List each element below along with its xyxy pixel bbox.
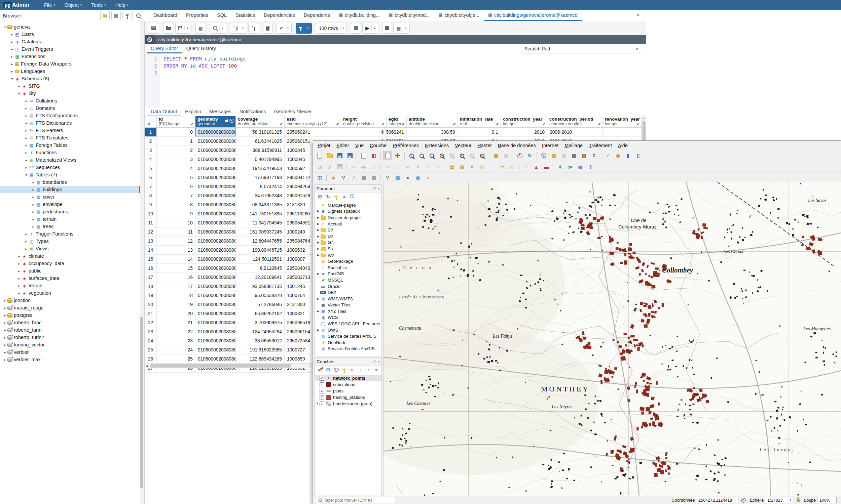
expander-icon[interactable]: ▸ xyxy=(3,299,7,302)
tab-citydb-citymod[interactable]: ▦citydb.citymod... xyxy=(384,10,434,21)
cell[interactable]: 12.804447655 xyxy=(236,236,285,245)
row-number-cell[interactable]: 1 xyxy=(145,128,157,137)
tab-sql[interactable]: SQL xyxy=(212,10,231,21)
database-icon-button[interactable] xyxy=(100,11,110,20)
tab-city-buildings-geneva-jerome-kaemco[interactable]: ▦city.buildings/geneva/jerome@kaemco xyxy=(484,10,582,21)
expander-icon[interactable]: ▸ xyxy=(17,284,21,288)
menu-tools[interactable]: Tools▾ xyxy=(88,2,109,8)
row-number-cell[interactable]: 26 xyxy=(145,355,157,363)
cell[interactable]: 0 xyxy=(157,128,195,137)
vertex-tool-button[interactable]: ◇ xyxy=(369,162,378,172)
toggle-editing-button[interactable]: ∕ xyxy=(325,162,334,172)
cell[interactable]: 141.730151895 xyxy=(236,209,285,218)
expander-icon[interactable]: ▸ xyxy=(10,70,15,73)
zoom-to-selection-button[interactable]: ▣ xyxy=(437,151,446,160)
highlight-pinned-button[interactable]: ▽ xyxy=(477,162,487,172)
browser-item-signets-spatiaux[interactable]: ▶▮Signets spatiaux xyxy=(315,208,381,215)
cell[interactable]: 22 xyxy=(157,327,195,336)
browser-item-wcs[interactable]: ◍WCS xyxy=(315,314,381,321)
scale-select[interactable]: 1:17823▼ xyxy=(765,497,794,503)
expander-icon[interactable]: ▶ xyxy=(316,216,320,219)
expander-icon[interactable]: ▶ xyxy=(316,241,320,244)
select-features-button[interactable]: ▨ xyxy=(549,151,559,160)
cell[interactable]: 20 xyxy=(157,309,195,318)
cell[interactable]: 16 xyxy=(157,273,195,282)
tree-item-verbier-max[interactable]: ▸×verbier_max xyxy=(0,356,144,363)
expander-icon[interactable]: ▶ xyxy=(316,229,320,232)
filter-icon-button[interactable] xyxy=(122,11,132,20)
measure-line-button[interactable]: ∕ xyxy=(603,151,613,160)
expander-icon[interactable]: ▶ xyxy=(316,247,320,250)
tree-item-types[interactable]: ▸◫Types xyxy=(0,237,144,245)
qgis-menu-base-de-donn-es[interactable]: Base de données xyxy=(495,143,539,148)
browser-item-w[interactable]: ▶W:\ xyxy=(315,252,381,258)
field-calculator-button[interactable]: ▤ xyxy=(579,151,589,160)
tree-item-roberto-broc[interactable]: ▸×roberto_broc xyxy=(0,319,144,326)
cell[interactable]: 23 xyxy=(157,336,195,345)
expander-icon[interactable]: ▶ xyxy=(316,298,320,300)
cell[interactable]: 010600002008080... xyxy=(195,155,236,164)
cell[interactable]: 010600002008080... xyxy=(195,228,236,236)
cell[interactable]: 010600002008080... xyxy=(195,264,236,272)
cell[interactable]: 34.67062348 xyxy=(236,191,285,200)
row-number-cell[interactable]: 13 xyxy=(145,236,157,245)
qgis-menu-extensions[interactable]: Extensions xyxy=(422,143,452,148)
cell[interactable]: 151.009037245 xyxy=(236,228,285,236)
column-header-renovation-year[interactable]: renovation_yearinteger xyxy=(603,116,641,127)
expander-icon[interactable]: ▸ xyxy=(24,121,29,125)
cell[interactable]: 010600002008080... xyxy=(195,137,236,145)
cell[interactable]: 93.068361735 xyxy=(236,282,285,291)
expander-icon[interactable]: ▸ xyxy=(24,151,29,155)
tree-item-trigger-functions[interactable]: ▸ƒTrigger Functions xyxy=(0,230,144,237)
row-number-cell[interactable]: 8 xyxy=(145,191,157,200)
copy-features-button[interactable]: ▱ xyxy=(393,162,402,172)
expander-icon[interactable]: ▸ xyxy=(24,232,29,236)
cell[interactable]: 13 xyxy=(157,246,195,254)
extent-icon[interactable] xyxy=(741,498,746,503)
move-label-button[interactable]: ↔ xyxy=(487,162,497,172)
tree-item-schemas-8[interactable]: ▾◈Schemas (8) xyxy=(0,75,144,82)
cell[interactable]: 010600002008080... xyxy=(195,327,236,336)
row-number-cell[interactable]: 16 xyxy=(145,264,157,272)
expander-icon[interactable]: ▸ xyxy=(24,247,29,251)
layer-checkbox[interactable]: ✓ xyxy=(320,401,324,406)
close-tab-icon[interactable]: × xyxy=(637,12,640,18)
locator-search-input[interactable]: Taper pour trouver (Ctrl+K) xyxy=(316,497,396,503)
expander-icon[interactable]: ▸ xyxy=(24,107,29,110)
cell[interactable]: 194.65419653 xyxy=(236,164,285,173)
cell[interactable]: 191.915023985 xyxy=(236,345,285,354)
open-attribute-table-button[interactable]: ▦ xyxy=(569,151,579,160)
cell[interactable]: 010600002008080... xyxy=(195,345,236,354)
scratch-pad-close-icon[interactable]: × xyxy=(636,46,638,51)
expander-icon[interactable]: ▸ xyxy=(24,143,29,147)
tree-item-sitg[interactable]: ▸◈SITG xyxy=(0,82,144,90)
add-selected-layer-icon[interactable]: ⊞ xyxy=(317,194,323,200)
column-header-ssid[interactable]: ssidcharacter varying (12) xyxy=(285,116,341,127)
new-3d-map-view-button[interactable]: ◪ xyxy=(501,151,511,160)
cell[interactable]: 8 xyxy=(157,200,195,209)
tree-item-verbier[interactable]: ▸×verbier xyxy=(0,348,144,356)
tab-statistics[interactable]: Statistics xyxy=(231,10,259,21)
cell[interactable]: 18 xyxy=(157,291,195,300)
tab-dashboard[interactable]: Dashboard xyxy=(149,10,182,21)
commit-button[interactable] xyxy=(382,23,392,34)
cell[interactable]: 7 xyxy=(157,191,195,200)
add-group-icon[interactable]: ⊞ xyxy=(325,366,331,373)
layer-item-pipes[interactable]: ✓pipes xyxy=(315,388,381,394)
expander-icon[interactable]: ▸ xyxy=(24,239,29,243)
coordinate-input[interactable]: 2564272,1124418 xyxy=(696,497,738,503)
expander-icon[interactable]: ▸ xyxy=(10,33,15,36)
row-number-cell[interactable]: 25 xyxy=(145,345,157,354)
row-number-cell[interactable]: 23 xyxy=(145,327,157,336)
more-icon[interactable]: » xyxy=(373,366,379,373)
paste-features-button[interactable]: ▰ xyxy=(403,162,412,172)
expander-icon[interactable]: ▸ xyxy=(31,195,36,199)
row-limit-select[interactable]: 100 rows▾ xyxy=(316,23,347,34)
row-number-cell[interactable]: 24 xyxy=(145,336,157,345)
new-project-button[interactable] xyxy=(315,151,324,160)
cell[interactable]: 124.24955294 xyxy=(236,327,285,336)
connection-button[interactable] xyxy=(148,23,159,34)
redo-button[interactable]: ↷ xyxy=(433,162,443,172)
expander-icon[interactable]: ▶ xyxy=(316,210,320,213)
save-button[interactable]: ▾ xyxy=(175,23,191,34)
